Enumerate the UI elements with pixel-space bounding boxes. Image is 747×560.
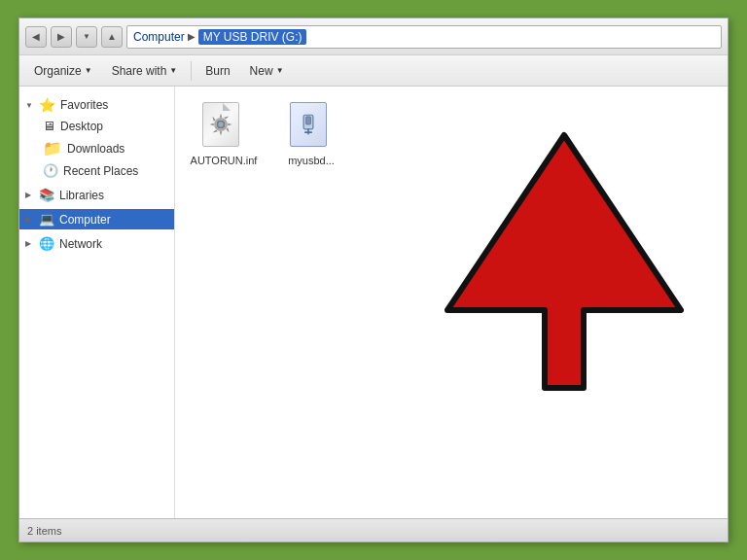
sidebar: ▼ ⭐ Favorites 🖥 Desktop 📁 Downloads 🕐 Re…: [19, 87, 175, 518]
breadcrumb-separator: ▶: [188, 31, 196, 42]
sidebar-item-recent[interactable]: 🕐 Recent Places: [19, 160, 174, 181]
sidebar-header-network[interactable]: ▶ 🌐 Network: [19, 233, 174, 254]
share-arrow: ▼: [169, 66, 177, 75]
svg-rect-4: [306, 117, 311, 124]
sidebar-section-favorites: ▼ ⭐ Favorites 🖥 Desktop 📁 Downloads 🕐 Re…: [19, 94, 174, 181]
sidebar-section-libraries: ▶ 📚 Libraries: [19, 185, 174, 205]
share-button[interactable]: Share with ▼: [103, 60, 187, 82]
breadcrumb[interactable]: Computer ▶ MY USB DRIV (G:): [126, 25, 722, 49]
explorer-window: ◀ ▶ ▼ ▲ Computer ▶ MY USB DRIV (G:) Orga…: [18, 18, 729, 542]
network-icon: 🌐: [39, 236, 54, 251]
status-items: 2 items: [27, 525, 61, 537]
file-content-area: AUTORUN.inf: [175, 87, 728, 518]
expand-libraries-icon: ▶: [25, 191, 35, 199]
usb-svg-icon: [296, 112, 321, 137]
inf-file-icon: [202, 102, 245, 153]
breadcrumb-current[interactable]: MY USB DRIV (G:): [198, 29, 307, 45]
forward-button[interactable]: ▶: [51, 26, 72, 48]
sidebar-section-computer: ▶ 💻 Computer: [19, 209, 174, 229]
usb-paper: [290, 102, 327, 147]
new-label: New: [250, 64, 273, 78]
toolbar-separator-1: [191, 61, 192, 81]
favorites-star-icon: ⭐: [39, 97, 55, 113]
usb-file-icon: [290, 102, 333, 153]
organize-arrow: ▼: [85, 66, 92, 75]
myusb-filename: myusbd...: [288, 155, 335, 166]
expand-favorites-icon: ▼: [25, 101, 35, 110]
organize-label: Organize: [34, 64, 82, 78]
share-label: Share with: [112, 64, 167, 78]
autorun-icon-container: [200, 100, 247, 155]
desktop-icon: 🖥: [43, 119, 55, 133]
main-area: ▼ ⭐ Favorites 🖥 Desktop 📁 Downloads 🕐 Re…: [19, 87, 728, 518]
sidebar-header-computer[interactable]: ▶ 💻 Computer: [19, 209, 174, 229]
svg-point-2: [218, 122, 225, 128]
files-grid: AUTORUN.inf: [185, 96, 718, 170]
address-bar: ◀ ▶ ▼ ▲ Computer ▶ MY USB DRIV (G:): [19, 18, 728, 55]
status-bar: 2 items: [19, 518, 728, 542]
up-button[interactable]: ▲: [101, 26, 123, 48]
burn-button[interactable]: Burn: [196, 60, 238, 82]
new-button[interactable]: New ▼: [241, 60, 293, 82]
recent-button[interactable]: ▼: [76, 26, 97, 48]
file-item-myusb[interactable]: myusbd...: [272, 96, 350, 170]
svg-marker-5: [447, 135, 681, 388]
inf-paper: [202, 102, 239, 147]
computer-label: Computer: [59, 213, 111, 227]
autorun-filename: AUTORUN.inf: [191, 155, 258, 166]
expand-network-icon: ▶: [25, 239, 35, 248]
file-item-autorun[interactable]: AUTORUN.inf: [185, 96, 263, 170]
toolbar: Organize ▼ Share with ▼ Burn New ▼: [19, 55, 728, 87]
sidebar-section-network: ▶ 🌐 Network: [19, 233, 174, 254]
sidebar-header-libraries[interactable]: ▶ 📚 Libraries: [19, 185, 174, 205]
sidebar-header-favorites[interactable]: ▼ ⭐ Favorites: [19, 94, 174, 116]
libraries-label: Libraries: [59, 189, 104, 202]
downloads-folder-icon: 📁: [43, 139, 62, 158]
new-arrow: ▼: [276, 66, 284, 75]
breadcrumb-computer[interactable]: Computer: [133, 30, 185, 44]
sidebar-item-desktop[interactable]: 🖥 Desktop: [19, 116, 174, 136]
computer-icon: 💻: [39, 212, 54, 227]
recent-places-icon: 🕐: [43, 163, 58, 178]
libraries-icon: 📚: [39, 188, 54, 202]
expand-computer-icon: ▶: [25, 215, 35, 224]
gear-svg-icon: [208, 112, 233, 137]
burn-label: Burn: [205, 64, 230, 78]
myusb-icon-container: [288, 100, 335, 155]
back-button[interactable]: ◀: [25, 26, 47, 48]
sidebar-item-downloads[interactable]: 📁 Downloads: [19, 136, 174, 160]
organize-button[interactable]: Organize ▼: [25, 60, 101, 82]
network-label: Network: [59, 237, 102, 251]
favorites-label: Favorites: [60, 98, 108, 112]
